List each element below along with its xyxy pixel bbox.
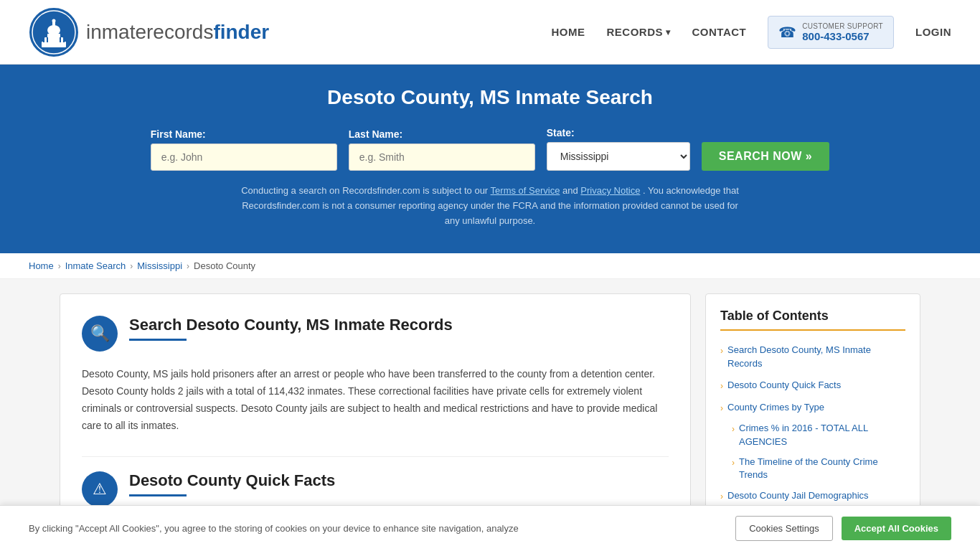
state-select[interactable]: Mississippi Alabama Arkansas Tennessee [547,142,690,171]
search-section-header: 🔍 Search Desoto County, MS Inmate Record… [82,316,669,352]
last-name-input[interactable] [349,143,535,171]
quick-facts-title: Desoto County Quick Facts [129,471,335,490]
toc-item-5[interactable]: › Desoto County Jail Demographics [720,485,905,507]
nav: HOME RECORDS ▾ CONTACT ☎ CUSTOMER SUPPOR… [551,16,951,49]
search-title-underline [129,339,187,341]
breadcrumb-home[interactable]: Home [29,260,54,271]
search-section-body: Desoto County, MS jails hold prisoners a… [82,366,669,434]
breadcrumb-sep-2: › [130,261,133,271]
svg-rect-10 [60,37,61,42]
search-title-group: Search Desoto County, MS Inmate Records [129,316,453,341]
toc-chevron-4: › [732,457,735,469]
alert-icon: ⚠ [93,480,107,499]
terms-of-service-link[interactable]: Terms of Service [491,185,560,196]
chevron-down-icon: ▾ [666,27,671,37]
logo-area: inmaterecordsfinder [29,7,269,57]
quick-facts-section: ⚠ Desoto County Quick Facts [82,471,669,507]
toc-label-5: Desoto County Jail Demographics [727,489,869,502]
logo-text-container: inmaterecordsfinder [86,21,269,44]
disclaimer-and: and [562,185,580,196]
last-name-label: Last Name: [349,128,402,140]
breadcrumb-sep-3: › [187,261,189,271]
accept-cookies-button[interactable]: Accept All Cookies [842,517,951,540]
search-icon: 🔍 [90,324,110,343]
toc-chevron-2: › [720,402,723,415]
disclaimer-text: Conducting a search on Recordsfinder.com… [239,184,741,228]
cookie-banner: By clicking "Accept All Cookies", you ag… [0,505,980,551]
section-divider [82,456,669,457]
customer-support-box[interactable]: ☎ CUSTOMER SUPPORT 800-433-0567 [768,16,894,49]
toc-sub-item-4[interactable]: › The Timeline of the County Crime Trend… [720,452,905,485]
state-label: State: [547,127,575,138]
support-label: CUSTOMER SUPPORT [802,22,883,30]
toc-chevron-1: › [720,380,723,392]
toc-chevron-0: › [720,345,723,357]
nav-records-label: RECORDS [606,26,663,38]
headphone-icon: ☎ [778,24,796,41]
breadcrumb-sep-1: › [58,261,61,271]
search-button[interactable]: SEARCH NOW » [702,142,829,171]
hero-section: Desoto County, MS Inmate Search First Na… [0,65,980,253]
quick-facts-header: ⚠ Desoto County Quick Facts [82,471,669,507]
toc-item-0[interactable]: › Search Desoto County, MS Inmate Record… [720,339,905,374]
hero-title: Desoto County, MS Inmate Search [29,86,951,109]
first-name-group: First Name: [151,128,337,171]
quick-facts-underline [129,494,187,496]
toc-label-1: Desoto County Quick Facts [727,379,841,392]
last-name-group: Last Name: [349,128,535,171]
toc-label-0: Search Desoto County, MS Inmate Records [727,344,905,369]
cookie-buttons: Cookies Settings Accept All Cookies [735,516,951,541]
quick-facts-title-group: Desoto County Quick Facts [129,471,335,496]
logo-text-regular: inmaterecords [86,21,213,43]
nav-home[interactable]: HOME [551,26,585,38]
nav-contact[interactable]: CONTACT [692,26,747,38]
toc-label-4: The Timeline of the County Crime Trends [739,456,905,481]
toc-chevron-5: › [720,491,723,503]
toc-label-2: County Crimes by Type [727,401,824,414]
quick-facts-icon-circle: ⚠ [82,471,118,507]
breadcrumb-mississippi[interactable]: Mississippi [137,260,182,271]
svg-point-7 [52,19,56,22]
toc-sub-item-3[interactable]: › Crimes % in 2016 - TOTAL ALL AGENCIES [720,418,905,451]
first-name-input[interactable] [151,143,337,171]
toc-item-1[interactable]: › Desoto County Quick Facts [720,375,905,397]
support-number: 800-433-0567 [802,30,883,42]
svg-rect-9 [47,37,48,42]
nav-records[interactable]: RECORDS ▾ [606,26,670,38]
breadcrumb-current: Desoto County [194,260,255,271]
search-form: First Name: Last Name: State: Mississipp… [29,127,951,171]
toc-title: Table of Contents [720,309,905,331]
svg-rect-2 [42,42,66,47]
toc-chevron-3: › [732,423,735,435]
svg-rect-8 [43,37,44,42]
first-name-label: First Name: [151,128,206,140]
logo-text-bold: finder [213,21,269,43]
disclaimer-before-tos: Conducting a search on Recordsfinder.com… [241,185,490,196]
cookies-settings-button[interactable]: Cookies Settings [735,516,833,541]
header: inmaterecordsfinder HOME RECORDS ▾ CONTA… [0,0,980,65]
svg-rect-11 [63,37,65,42]
logo-icon [29,7,79,57]
privacy-notice-link[interactable]: Privacy Notice [580,185,640,196]
svg-rect-6 [52,22,55,30]
state-group: State: Mississippi Alabama Arkansas Tenn… [547,127,690,171]
search-section-title: Search Desoto County, MS Inmate Records [129,316,453,334]
toc-item-2[interactable]: › County Crimes by Type [720,397,905,419]
toc-label-3: Crimes % in 2016 - TOTAL ALL AGENCIES [739,422,905,448]
breadcrumb-inmate-search[interactable]: Inmate Search [65,260,126,271]
search-icon-circle: 🔍 [82,316,118,352]
login-button[interactable]: LOGIN [915,26,951,38]
cookie-text: By clicking "Accept All Cookies", you ag… [29,522,519,536]
support-text-group: CUSTOMER SUPPORT 800-433-0567 [802,22,883,42]
breadcrumb: Home › Inmate Search › Mississippi › Des… [0,253,980,279]
